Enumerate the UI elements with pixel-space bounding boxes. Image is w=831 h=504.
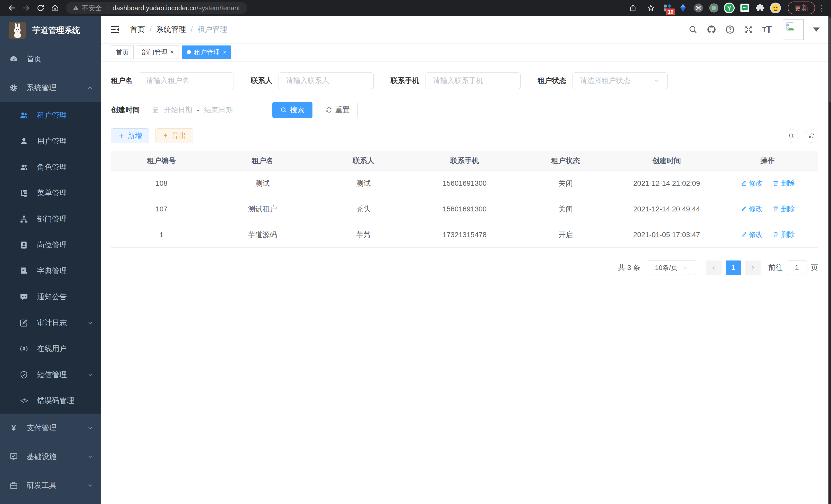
filter-create-time: 创建时间 开始日期 - 结束日期 <box>111 102 259 118</box>
sidebar-item-menu-management[interactable]: 菜单管理 <box>0 180 101 206</box>
toggle-search-button[interactable] <box>785 129 798 143</box>
tab-home[interactable]: 首页 <box>111 46 134 59</box>
sidebar-item-tenant-management[interactable]: 租户管理 <box>0 102 101 128</box>
extension-badge: 10 <box>666 8 675 15</box>
add-button[interactable]: 新增 <box>111 128 149 143</box>
page-url[interactable]: dashboard.yudao.iocoder.cn/system/tenant <box>113 4 240 12</box>
edit-pencil-icon <box>741 180 747 186</box>
command-icon[interactable]: ⌘ <box>692 1 705 14</box>
close-icon[interactable]: × <box>170 49 174 55</box>
forward-icon[interactable] <box>19 2 33 14</box>
breadcrumb-home[interactable]: 首页 <box>130 24 145 35</box>
search-icon[interactable] <box>686 22 700 37</box>
sidebar-item-home[interactable]: 首页 <box>0 45 101 73</box>
edit-link[interactable]: 修改 <box>741 204 763 213</box>
breadcrumb-separator: / <box>149 25 152 34</box>
payment-yen-icon: ¥ <box>9 424 18 432</box>
search-icon <box>280 107 287 113</box>
security-warning[interactable]: 不安全 <box>73 4 102 12</box>
sidebar-item-payment-management[interactable]: ¥ 支付管理 <box>0 414 101 442</box>
filter-row-1: 租户名 联系人 联系手机 租户状态 请选择租户状态 <box>111 72 818 89</box>
share-icon[interactable] <box>625 2 641 14</box>
address-bar[interactable]: 不安全 dashboard.yudao.iocoder.cn/system/te… <box>66 2 247 14</box>
delete-link[interactable]: 删除 <box>772 230 795 239</box>
puzzle-extensions-icon[interactable] <box>753 1 767 14</box>
sidebar-item-audit-log[interactable]: 审计日志 <box>0 310 101 336</box>
edit-link[interactable]: 修改 <box>741 230 763 239</box>
sidebar-item-post-management[interactable]: 岗位管理 <box>0 232 101 258</box>
avatar[interactable] <box>783 19 804 40</box>
reload-icon[interactable] <box>33 2 48 14</box>
sidebar-item-notice-announcement[interactable]: 通知公告 <box>0 284 101 310</box>
refresh-table-button[interactable] <box>805 129 818 143</box>
phone-input[interactable] <box>433 77 513 85</box>
phone-label: 联系手机 <box>391 76 419 86</box>
sidebar-item-dept-management[interactable]: 部门管理 <box>0 206 101 232</box>
app-logo[interactable]: 芋道管理系统 <box>0 16 101 45</box>
sidebar-item-infrastructure[interactable]: 基础设施 <box>0 442 101 471</box>
close-icon[interactable]: × <box>223 49 226 55</box>
contact-input[interactable] <box>286 77 366 85</box>
prev-page-button[interactable] <box>706 261 721 275</box>
date-range-picker[interactable]: 开始日期 - 结束日期 <box>146 102 259 118</box>
sidebar-item-dict-management[interactable]: 字典管理 <box>0 258 101 284</box>
breadcrumb-system[interactable]: 系统管理 <box>156 24 186 35</box>
bookmark-star-icon[interactable] <box>643 2 659 14</box>
sidebar-item-role-management[interactable]: 角色管理 <box>0 154 101 180</box>
github-icon[interactable] <box>704 22 719 37</box>
page-size-select[interactable]: 10条/页 <box>647 261 696 275</box>
svg-text:⌘: ⌘ <box>695 5 701 11</box>
help-icon[interactable] <box>722 22 738 37</box>
kite-icon[interactable] <box>676 1 690 14</box>
tab-tenant-management[interactable]: 租户管理 × <box>182 46 231 59</box>
browser-update-button[interactable]: 更新 <box>788 2 815 14</box>
back-icon[interactable] <box>5 2 19 14</box>
tenant-users-icon <box>20 111 28 120</box>
sidebar-item-sms-management[interactable]: 短信管理 <box>0 362 101 388</box>
col-phone: 联系手机 <box>414 151 515 171</box>
tenant-name-input[interactable] <box>146 77 226 85</box>
emoji-avatar-icon[interactable] <box>769 1 782 14</box>
extension-grid-icon[interactable]: 10 <box>661 1 674 14</box>
dropdown-caret-icon[interactable] <box>813 28 820 32</box>
date-end-placeholder[interactable]: 结束日期 <box>204 105 233 115</box>
date-start-placeholder[interactable]: 开始日期 <box>164 105 193 115</box>
trash-icon <box>772 180 779 186</box>
next-page-button[interactable] <box>745 261 761 275</box>
yudao-extension-icon[interactable]: Y <box>722 1 736 14</box>
chevron-down-icon <box>87 425 93 431</box>
font-size-icon[interactable]: TT <box>760 22 774 37</box>
fullscreen-icon[interactable] <box>741 22 756 37</box>
status-select[interactable]: 请选择租户状态 <box>573 72 667 89</box>
search-button[interactable]: 搜索 <box>273 102 312 118</box>
sidebar-item-dev-tools[interactable]: 研发工具 <box>0 471 101 500</box>
roles-icon <box>20 163 28 172</box>
page-number-button[interactable]: 1 <box>726 261 741 275</box>
reset-button[interactable]: 重置 <box>318 102 358 118</box>
broken-image-icon <box>785 21 796 32</box>
goto-page-input[interactable] <box>787 261 807 275</box>
menu-tree-icon <box>20 189 28 198</box>
sidebar-item-online-users[interactable]: 在线用户 <box>0 336 101 362</box>
sidebar-item-user-management[interactable]: 用户管理 <box>0 128 101 154</box>
security-label: 不安全 <box>82 4 102 12</box>
chat-extension-icon[interactable] <box>738 1 751 14</box>
dashboard-icon <box>9 55 18 63</box>
sidebar-item-system-management[interactable]: 系统管理 <box>0 73 101 102</box>
scrollbar-thumb[interactable] <box>829 18 831 102</box>
filter-phone: 联系手机 <box>391 72 521 89</box>
browser-menu-icon[interactable]: ⋮ <box>817 4 826 12</box>
delete-link[interactable]: 删除 <box>772 179 795 188</box>
export-button[interactable]: 导出 <box>155 128 193 143</box>
delete-link[interactable]: 删除 <box>772 204 795 213</box>
browser-toolbar-right: 10 ⌘ Y 更新 <box>625 1 826 14</box>
tab-dept-management[interactable]: 部门管理 × <box>137 46 179 59</box>
hamburger-icon[interactable] <box>110 24 121 35</box>
recorder-icon[interactable] <box>707 1 720 14</box>
home-icon[interactable] <box>48 2 62 14</box>
col-operations: 操作 <box>717 151 818 171</box>
logo-bunny-image <box>9 22 26 39</box>
page-scrollbar[interactable] <box>828 16 831 504</box>
sidebar-item-error-code-management[interactable]: </> 错误码管理 <box>0 388 101 414</box>
edit-link[interactable]: 修改 <box>741 179 763 188</box>
